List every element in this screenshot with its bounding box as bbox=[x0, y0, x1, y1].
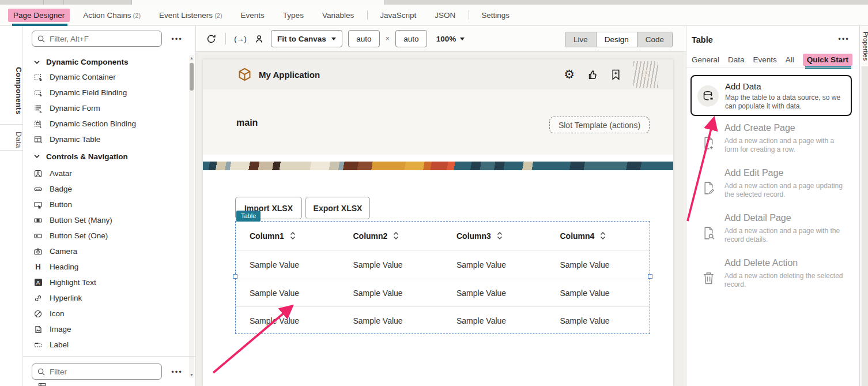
column-header[interactable]: Column3 bbox=[443, 222, 546, 250]
tab-label: Page Designer bbox=[13, 11, 65, 20]
tab-label: Action Chains bbox=[83, 11, 131, 20]
palette-item-icon[interactable]: Icon bbox=[33, 306, 184, 321]
scrollbar-thumb[interactable] bbox=[190, 63, 194, 91]
palette-item-partial[interactable] bbox=[37, 382, 47, 386]
page-search-icon bbox=[701, 226, 716, 241]
tab-variables[interactable]: Variables bbox=[317, 9, 359, 22]
palette-item-image[interactable]: Image bbox=[33, 321, 184, 337]
canvas-height-input[interactable] bbox=[395, 30, 427, 47]
tab-javascript[interactable]: JavaScript bbox=[375, 9, 421, 22]
toolbar-divider bbox=[225, 33, 226, 44]
palette-item-badge[interactable]: Badge bbox=[33, 181, 184, 197]
tab-action-chains[interactable]: Action Chains(2) bbox=[78, 9, 146, 22]
selection-badge: Table bbox=[236, 211, 261, 222]
active-tab-underline bbox=[12, 24, 67, 26]
palette-item-heading[interactable]: H Heading bbox=[33, 259, 184, 275]
inspector-tab-all[interactable]: All bbox=[786, 55, 794, 64]
inspector-tab-events[interactable]: Events bbox=[753, 55, 777, 64]
tab-settings[interactable]: Settings bbox=[476, 9, 515, 22]
section-title: Controls & Navigation bbox=[46, 152, 128, 161]
hyperlink-icon bbox=[33, 294, 43, 303]
export-xlsx-button[interactable]: Export XLSX bbox=[305, 197, 370, 219]
inspector-overflow-menu-button[interactable]: ••• bbox=[835, 33, 852, 44]
right-edge-panel[interactable]: Properties bbox=[859, 26, 868, 386]
badge-icon bbox=[33, 185, 43, 194]
column-header[interactable]: Column1 bbox=[236, 222, 339, 250]
mode-design-button[interactable]: Design bbox=[597, 32, 637, 47]
palette-item-highlight-text[interactable]: A Highlight Text bbox=[33, 275, 184, 290]
palette-item-button-set-one[interactable]: Button Set (One) bbox=[33, 228, 184, 243]
palette-overflow-menu-button[interactable]: ••• bbox=[168, 33, 186, 44]
user-icon[interactable] bbox=[252, 32, 265, 45]
tab-events[interactable]: Events bbox=[236, 9, 270, 22]
gear-icon[interactable]: ⚙ bbox=[564, 69, 575, 81]
inspector-tab-general[interactable]: General bbox=[692, 55, 719, 64]
tab-page-designer[interactable]: Page Designer bbox=[8, 9, 70, 22]
inspector-tab-data[interactable]: Data bbox=[728, 55, 745, 64]
selection-handle-left[interactable] bbox=[233, 274, 237, 279]
palette-section-dynamic-components[interactable]: Dynamic Components bbox=[33, 55, 184, 69]
column-header[interactable]: Column2 bbox=[339, 222, 443, 250]
mode-live-button[interactable]: Live bbox=[565, 32, 597, 47]
item-label: Dynamic Form bbox=[50, 104, 100, 113]
mode-code-button[interactable]: Code bbox=[637, 32, 672, 47]
scroll-down-icon[interactable]: ▼ bbox=[189, 373, 194, 377]
table-cell: Sample Value bbox=[546, 250, 650, 279]
thumbs-up-icon[interactable] bbox=[587, 69, 598, 80]
tab-json[interactable]: JSON bbox=[429, 9, 461, 22]
button-set-one-icon bbox=[33, 231, 43, 241]
caret-down-icon bbox=[460, 38, 465, 40]
ellipsis-icon: ••• bbox=[171, 35, 183, 43]
tab-label: Event Listeners bbox=[159, 11, 213, 20]
tab-types[interactable]: Types bbox=[278, 9, 309, 22]
palette-item-dynamic-section-binding[interactable]: Dynamic Section Binding bbox=[33, 116, 184, 132]
scroll-up-icon[interactable]: ▲ bbox=[189, 56, 194, 60]
refresh-icon[interactable] bbox=[205, 32, 217, 45]
sort-icon[interactable] bbox=[599, 231, 606, 240]
bookmark-plus-icon[interactable] bbox=[611, 69, 621, 80]
tab-event-listeners[interactable]: Event Listeners(2) bbox=[154, 9, 228, 22]
table-row: Sample Value Sample Value Sample Value S… bbox=[236, 279, 650, 306]
palette-filter-input[interactable]: Filter, Alt+F bbox=[32, 31, 162, 47]
palette-section-controls-navigation[interactable]: Controls & Navigation bbox=[33, 147, 184, 166]
sort-icon[interactable] bbox=[496, 231, 503, 240]
palette-scrollbar[interactable]: ▲ ▼ bbox=[189, 55, 194, 378]
zoom-select[interactable]: 100% bbox=[436, 35, 465, 43]
palette-item-button-set-many[interactable]: Button Set (Many) bbox=[33, 212, 184, 228]
palette-item-button[interactable]: Button bbox=[33, 197, 184, 212]
inspector-tab-quick-start[interactable]: Quick Start bbox=[803, 54, 852, 66]
palette-item-dynamic-field-binding[interactable]: Dynamic Field Binding bbox=[33, 85, 184, 100]
fit-to-canvas-select[interactable]: Fit to Canvas bbox=[271, 30, 342, 47]
palette-item-hyperlink[interactable]: Hyperlink bbox=[33, 290, 184, 306]
palette-item-avatar[interactable]: Avatar bbox=[33, 166, 184, 181]
user-avatar[interactable] bbox=[633, 61, 658, 88]
canvas-region: (→) Fit to Canvas × 100% Live Design Cod… bbox=[196, 26, 686, 386]
item-label: Button Set (One) bbox=[50, 231, 108, 240]
structure-filter-input[interactable]: Filter bbox=[32, 363, 162, 380]
quickstart-title: Add Data bbox=[725, 81, 761, 91]
structure-overflow-menu-button[interactable]: ••• bbox=[168, 366, 186, 377]
rail-tab-data[interactable]: Data bbox=[0, 124, 23, 151]
right-edge-track bbox=[862, 66, 868, 386]
rail-tab-components[interactable]: Components bbox=[0, 56, 23, 125]
live-cursor-icon[interactable]: (→) bbox=[234, 32, 247, 45]
palette-item-dynamic-form[interactable]: Dynamic Form bbox=[33, 100, 184, 116]
sort-icon[interactable] bbox=[393, 231, 399, 240]
database-icon bbox=[697, 85, 719, 107]
structure-filter-placeholder: Filter bbox=[50, 368, 67, 376]
property-inspector: Table ••• General Data Events All Quick … bbox=[686, 26, 859, 386]
canvas-width-input[interactable] bbox=[348, 30, 380, 47]
design-canvas-page[interactable]: My Application ⚙ main Slot Template (act… bbox=[203, 59, 673, 386]
table-component[interactable]: Column1 Column2 Column3 Column4 Sample V… bbox=[235, 221, 650, 334]
selection-handle-right[interactable] bbox=[648, 274, 652, 279]
page-plus-icon bbox=[701, 136, 716, 151]
palette-item-dynamic-table[interactable]: Dynamic Table bbox=[33, 132, 184, 147]
sort-icon[interactable] bbox=[289, 231, 296, 240]
column-header[interactable]: Column4 bbox=[546, 222, 650, 250]
inspector-tabs-divider bbox=[686, 68, 853, 68]
palette-item-camera[interactable]: Camera bbox=[33, 243, 184, 259]
palette-item-dynamic-container[interactable]: Dynamic Container bbox=[33, 69, 184, 85]
quickstart-add-data-card[interactable]: Add Data Map the table to a data source,… bbox=[690, 75, 852, 116]
slot-template-actions-button[interactable]: Slot Template (actions) bbox=[549, 117, 650, 133]
palette-item-label[interactable]: Label bbox=[33, 337, 184, 353]
